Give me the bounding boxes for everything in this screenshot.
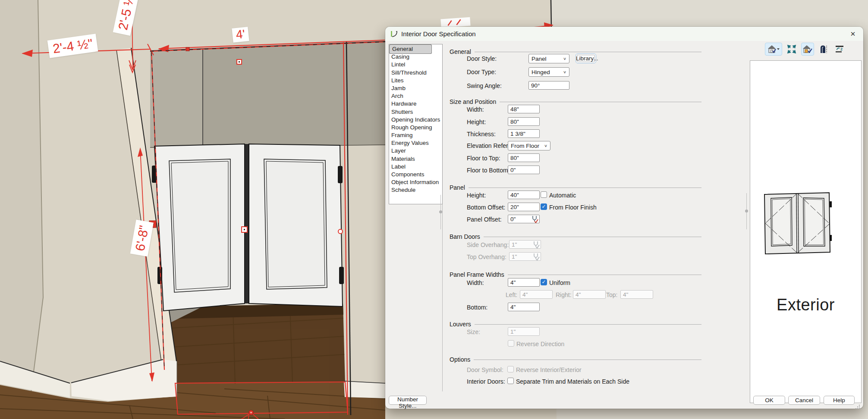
top-overhang-label: Top Overhang:: [467, 253, 506, 260]
frame-top-label: Top:: [606, 291, 617, 298]
form-scrollbar-right[interactable]: [746, 193, 747, 229]
frame-right-label: Right:: [556, 291, 572, 298]
interior-doors-label: Interior Doors:: [467, 378, 505, 385]
resize-grip[interactable]: [859, 405, 860, 406]
chevron-down-icon: ∨: [563, 70, 566, 74]
house-view-icon: [767, 44, 780, 54]
side-overhang-label: Side Overhang:: [467, 241, 509, 248]
swing-angle-input[interactable]: [528, 81, 569, 90]
sidebar-item-shutters[interactable]: Shutters: [389, 108, 442, 116]
sidebar-item-casing[interactable]: Casing: [389, 53, 442, 61]
width-label: Width:: [467, 106, 484, 113]
sidebar-item-jamb[interactable]: Jamb: [389, 84, 442, 92]
section-heading-barn-doors: Barn Doors: [450, 233, 484, 240]
fill-window-button[interactable]: [785, 43, 798, 56]
fill-window-icon: [787, 44, 796, 54]
reverse-direction-checkbox: [508, 340, 514, 347]
rotate-icon: 2: [834, 44, 845, 54]
panel-list: General Options Casing Lintel Sill/Thres…: [389, 44, 443, 204]
floor-to-top-input[interactable]: [508, 153, 540, 162]
panel-offset-label: Panel Offset:: [467, 216, 502, 223]
automatic-checkbox[interactable]: [541, 191, 547, 198]
sidebar-item-energy-values[interactable]: Energy Values: [389, 139, 442, 147]
override-wrench-icon[interactable]: [531, 215, 538, 223]
color-toggle-button[interactable]: [801, 43, 814, 56]
reverse-direction-label: Reverse Direction: [516, 341, 564, 347]
sidebar-item-schedule[interactable]: Schedule: [389, 186, 442, 194]
uniform-checkbox[interactable]: [541, 279, 547, 285]
rotate-view-button[interactable]: 2: [833, 43, 846, 56]
exterior-side-label: Exterior: [750, 296, 861, 314]
cancel-button[interactable]: Cancel: [788, 396, 820, 405]
form-scrollbar-left[interactable]: [440, 195, 441, 229]
section-heading-options: Options: [450, 356, 474, 363]
sidebar-item-object-information[interactable]: Object Information: [389, 178, 442, 186]
automatic-label: Automatic: [549, 192, 576, 199]
from-floor-finish-label: From Floor Finish: [549, 204, 597, 211]
door-swing-icon: [390, 30, 398, 38]
separate-trim-label: Separate Trim and Materials on Each Side: [516, 378, 629, 385]
uniform-label: Uniform: [549, 279, 570, 286]
frame-width-input[interactable]: [508, 278, 540, 287]
frame-left-input: [520, 290, 553, 299]
ok-button[interactable]: OK: [753, 396, 785, 405]
section-heading-louvers: Louvers: [450, 321, 475, 328]
door-type-select[interactable]: Hinged∨: [528, 67, 569, 77]
sidebar-item-arch[interactable]: Arch: [389, 92, 442, 100]
sidebar-item-sill-threshold[interactable]: Sill/Threshold: [389, 69, 442, 77]
frame-top-input: [620, 290, 653, 299]
door-symbol-label: Door Symbol:: [467, 366, 503, 373]
door-elevation-preview: [764, 192, 833, 256]
sidebar-item-hardware[interactable]: Hardware: [389, 100, 442, 108]
floor-to-bottom-label: Floor to Bottom:: [467, 167, 510, 174]
sidebar-item-lites[interactable]: Lites: [389, 77, 442, 84]
floor-to-top-label: Floor to Top:: [467, 155, 500, 162]
frame-bottom-input[interactable]: [508, 303, 540, 311]
reverse-interior-exterior-checkbox: [507, 366, 514, 372]
sidebar-item-lintel[interactable]: Lintel: [389, 61, 442, 69]
override-wrench-icon: [532, 241, 540, 249]
number-style-button[interactable]: Number Style...: [389, 396, 427, 405]
louver-size-input: [508, 327, 540, 336]
sidebar-item-rough-opening[interactable]: Rough Opening: [389, 124, 442, 131]
sidebar-item-framing[interactable]: Framing: [389, 131, 442, 139]
section-heading-panel-frame-widths: Panel Frame Widths: [450, 271, 508, 278]
sidebar-item-components[interactable]: Components: [389, 171, 442, 178]
height-input[interactable]: [508, 117, 540, 126]
door-style-select[interactable]: Panel∨: [528, 54, 569, 63]
sidebar-item-opening-indicators[interactable]: Opening Indicators: [389, 116, 442, 124]
bottom-offset-input[interactable]: [508, 203, 540, 211]
color-house-icon: [802, 44, 813, 54]
sidebar-item-materials[interactable]: Materials: [389, 155, 442, 163]
panel-height-label: Height:: [467, 192, 486, 199]
toggle-casing-button[interactable]: [817, 43, 830, 56]
from-floor-finish-checkbox[interactable]: [541, 203, 547, 210]
width-input[interactable]: [508, 105, 540, 113]
svg-text:2: 2: [840, 47, 843, 51]
frame-width-label: Width:: [467, 279, 484, 286]
form-panel: General Door Style: Panel∨ Library... Do…: [450, 27, 701, 409]
chevron-down-icon: ∨: [544, 144, 547, 148]
reverse-interior-exterior-label: Reverse Interior/Exterior: [516, 366, 582, 373]
override-wrench-icon: [532, 253, 540, 261]
thickness-label: Thickness:: [467, 131, 496, 138]
close-icon[interactable]: ✕: [848, 29, 858, 39]
sidebar-item-general[interactable]: General: [389, 44, 432, 54]
panel-height-input[interactable]: [508, 191, 540, 199]
door-type-label: Door Type:: [467, 69, 496, 75]
frame-left-label: Left:: [506, 291, 517, 298]
section-heading-panel: Panel: [450, 184, 469, 191]
floor-to-bottom-input[interactable]: [508, 166, 540, 174]
door-casing-icon: [819, 44, 828, 54]
elevation-reference-select[interactable]: From Floor∨: [508, 141, 550, 150]
help-button[interactable]: Help: [824, 396, 855, 405]
preview-pane[interactable]: Exterior: [750, 60, 862, 403]
thickness-input[interactable]: [508, 129, 540, 138]
separate-trim-checkbox[interactable]: [507, 378, 514, 384]
sidebar-item-label[interactable]: Label: [389, 163, 442, 171]
sidebar-item-layer[interactable]: Layer: [389, 147, 442, 155]
standard-views-button[interactable]: [765, 43, 782, 56]
chevron-down-icon: ∨: [563, 56, 566, 61]
library-button[interactable]: Library...: [576, 53, 596, 63]
door-style-label: Door Style:: [467, 55, 497, 62]
